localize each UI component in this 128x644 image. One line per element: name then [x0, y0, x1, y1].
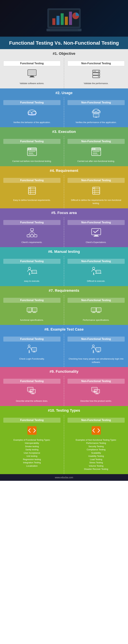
section-2-functional-icon: [25, 107, 39, 119]
svg-rect-69: [94, 235, 98, 236]
section-7-functional: Functional Testing functional specificat…: [0, 295, 64, 325]
section-1-nonfunctional-icon: [90, 68, 103, 80]
section-6-nonfunctional-label: Non-Functional Testing: [68, 259, 125, 264]
svg-rect-62: [27, 235, 30, 237]
svg-point-77: [92, 267, 95, 270]
svg-rect-63: [34, 235, 37, 237]
svg-point-18: [98, 74, 99, 74]
section-9-functional: Functional Testing Describe what the sof…: [0, 376, 64, 406]
section-7-functional-desc: functional specifications.: [3, 318, 60, 322]
section-6-functional-desc: easy to execute.: [3, 280, 60, 283]
svg-rect-96: [96, 308, 101, 311]
section-5-nonfunctional-label: Non-Functional Testing: [68, 220, 125, 225]
section-3-functional-desc: Carried out before non-functional testin…: [3, 160, 60, 163]
svg-rect-46: [93, 151, 100, 152]
section-2-nonfunctional-label: Non-Functional Testing: [68, 100, 125, 105]
section-5: #5. Focus areaFunctional Testing Client'…: [0, 208, 128, 247]
svg-line-73: [29, 272, 30, 275]
section-7-title: #7. Requirements: [0, 286, 128, 295]
section-5-nonfunctional-desc: Client's Expectations.: [68, 241, 125, 244]
svg-line-108: [93, 350, 94, 353]
section-4-nonfunctional-desc: Difficult to define the requirements for…: [68, 198, 125, 205]
section-7-functional-label: Functional Testing: [3, 298, 60, 303]
section-3-nonfunctional: Non-Functional Testing Carried out after…: [64, 136, 128, 166]
hero-image: [0, 0, 128, 37]
svg-rect-6: [69, 12, 72, 25]
svg-rect-64: [30, 235, 33, 237]
section-2-functional-desc: Verifies the behavior of the application…: [3, 121, 60, 124]
svg-rect-48: [93, 154, 98, 155]
svg-line-67: [32, 231, 36, 235]
section-7-nonfunctional-icon: [90, 305, 103, 316]
section-8-functional-label: Functional Testing: [3, 336, 60, 342]
svg-rect-120: [31, 394, 34, 394]
section-4-nonfunctional: Non-Functional Testing Difficult to defi…: [64, 175, 128, 208]
svg-rect-84: [27, 308, 32, 311]
svg-rect-103: [32, 348, 36, 351]
svg-rect-5: [65, 17, 68, 25]
svg-point-45: [94, 148, 95, 150]
svg-rect-105: [32, 352, 36, 352]
section-9-nonfunctional-icon: [90, 386, 103, 397]
svg-rect-94: [92, 312, 96, 313]
svg-rect-118: [31, 390, 35, 393]
section-10-nonfunctional-desc: Examples of Non-functional Testing Types…: [68, 438, 125, 471]
section-10-nonfunctional-label: Non-Functional Testing: [68, 418, 125, 423]
section-6-functional-label: Functional Testing: [3, 259, 60, 264]
svg-point-37: [30, 148, 31, 150]
section-5-functional-icon: [25, 227, 39, 239]
section-8-nonfunctional-icon: [90, 344, 103, 355]
svg-rect-11: [30, 76, 34, 77]
svg-rect-90: [32, 312, 36, 313]
svg-rect-4: [61, 13, 64, 25]
svg-rect-29: [92, 112, 100, 114]
section-9-functional-desc: Describe what the software does.: [3, 399, 60, 403]
svg-rect-104: [33, 351, 35, 352]
svg-rect-85: [28, 312, 31, 312]
section-9-title: #9. Functionality: [0, 367, 128, 376]
main-title: Functional Testing Vs. Non-Functional Te…: [0, 37, 128, 49]
section-3-nonfunctional-label: Non-Functional Testing: [68, 139, 125, 144]
section-7-functional-icon: [25, 305, 39, 316]
section-1-nonfunctional-label: Non-Functional Testing: [68, 61, 125, 66]
section-4-nonfunctional-label: Non-Functional Testing: [68, 178, 125, 183]
svg-rect-39: [28, 153, 33, 154]
svg-rect-86: [28, 312, 31, 313]
section-1-functional-icon: [25, 68, 39, 80]
section-1-functional-label: Functional Testing: [3, 61, 60, 66]
section-9: #9. FunctionalityFunctional Testing Desc…: [0, 367, 128, 406]
section-10-functional: Functional Testing Examples of Functiona…: [0, 415, 64, 474]
section-1-nonfunctional: Non-Functional Testing Validate the perf…: [64, 58, 128, 88]
section-5-functional-label: Functional Testing: [3, 220, 60, 225]
svg-rect-9: [50, 29, 78, 31]
svg-rect-98: [97, 312, 100, 313]
section-7: #7. RequirementsFunctional Testing funct…: [0, 286, 128, 325]
svg-point-36: [28, 148, 29, 150]
section-3-functional: Functional Testing Carried out before no…: [0, 136, 64, 166]
svg-rect-88: [32, 308, 36, 311]
svg-rect-40: [28, 154, 34, 155]
section-6-title: #6. Manual testing: [0, 247, 128, 256]
section-8-nonfunctional-desc: Checking how many people can simultaneou…: [68, 357, 125, 364]
svg-rect-75: [32, 270, 36, 273]
section-2-nonfunctional-icon: [90, 107, 103, 119]
svg-line-79: [94, 272, 94, 275]
section-8-title: #8. Example Test Case: [0, 325, 128, 334]
section-6-nonfunctional-icon: [90, 266, 103, 278]
svg-rect-61: [30, 228, 33, 231]
svg-rect-93: [92, 312, 95, 312]
section-4-nonfunctional-icon: [90, 185, 103, 196]
svg-rect-32: [95, 117, 97, 118]
svg-rect-54: [29, 188, 30, 188]
section-3-title: #3. Execution: [0, 127, 128, 136]
section-7-nonfunctional-desc: Performance specifications.: [68, 318, 125, 322]
section-4-functional-label: Functional Testing: [3, 178, 60, 183]
svg-rect-128: [95, 394, 99, 394]
section-4: #4. RequirementFunctional Testing Easy t…: [0, 166, 128, 208]
section-5-functional: Functional Testing Client's requirements…: [0, 217, 64, 247]
section-4-title: #4. Requirement: [0, 166, 128, 175]
section-10: #10. Testing TypesFunctional Testing Exa…: [0, 406, 128, 474]
section-3-nonfunctional-icon: [90, 146, 103, 158]
svg-rect-13: [28, 70, 36, 75]
section-4-functional: Functional Testing Easy to define functi…: [0, 175, 64, 208]
